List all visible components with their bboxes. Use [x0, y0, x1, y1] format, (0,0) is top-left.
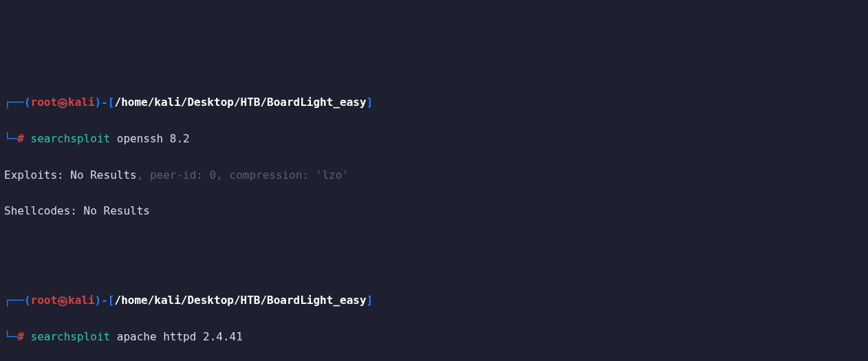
prompt-path: /home/kali/Desktop/HTB/BoardLight_easy [115, 96, 367, 109]
command-tool: searchsploit [31, 132, 111, 145]
prompt-box-close: )-[ [95, 294, 115, 307]
prompt-line-2[interactable]: └─# searchsploit openssh 8.2 [4, 130, 864, 148]
prompt-host: kali [68, 96, 95, 109]
prompt-l2-open: └─ [4, 132, 17, 145]
prompt-box-open: ┌──( [4, 96, 31, 109]
skull-icon: ㉿ [57, 292, 68, 310]
prompt-hash: # [17, 132, 24, 145]
prompt-l2-open: └─ [4, 330, 17, 343]
prompt-path-close: ] [367, 294, 373, 307]
skull-icon: ㉿ [57, 94, 68, 112]
prompt-line-2[interactable]: └─# searchsploit apache httpd 2.4.41 [4, 328, 864, 346]
prompt-hash: # [17, 330, 24, 343]
prompt-path-close: ] [367, 96, 373, 109]
command-args: openssh 8.2 [110, 132, 190, 145]
command-args: apache httpd 2.4.41 [110, 330, 243, 343]
prompt-box-close: )-[ [95, 96, 115, 109]
prompt-path: /home/kali/Desktop/HTB/BoardLight_easy [115, 294, 367, 307]
output-line: Shellcodes: No Results [4, 202, 864, 220]
prompt-box-open: ┌──( [4, 294, 31, 307]
prompt-user: root [31, 294, 58, 307]
prompt-user: root [31, 96, 58, 109]
output-line: Exploits: No Results, peer-id: 0, compre… [4, 166, 864, 184]
prompt-line-1: ┌──(root㉿kali)-[/home/kali/Desktop/HTB/B… [4, 292, 864, 309]
command-tool: searchsploit [31, 330, 111, 343]
output-text: Exploits: No Results [4, 168, 137, 182]
prompt-host: kali [68, 294, 95, 307]
output-dim: , peer-id: 0, compression: 'lzo' [137, 168, 349, 182]
prompt-line-1: ┌──(root㉿kali)-[/home/kali/Desktop/HTB/B… [4, 94, 864, 111]
